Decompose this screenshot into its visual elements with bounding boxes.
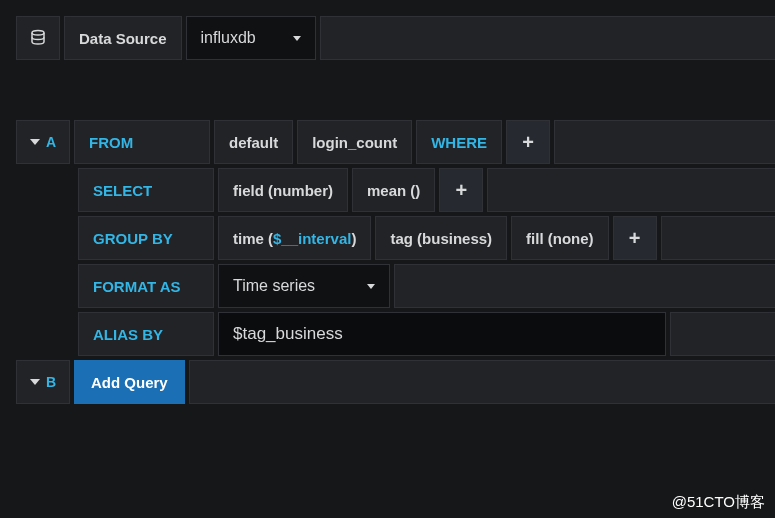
groupby-label: GROUP BY: [78, 216, 214, 260]
query-a-from-row: A FROM default login_count WHERE +: [16, 120, 775, 164]
chevron-down-icon: [30, 379, 40, 385]
groupby-add-button[interactable]: +: [613, 216, 657, 260]
query-b-toggle[interactable]: B: [16, 360, 70, 404]
query-letter: B: [46, 374, 56, 390]
groupby-trailing: [661, 216, 775, 260]
from-trailing: [554, 120, 775, 164]
alias-input[interactable]: $tag_business: [218, 312, 666, 356]
query-a-groupby-row: GROUP BY time ($__interval) tag (busines…: [16, 216, 775, 260]
select-add-button[interactable]: +: [439, 168, 483, 212]
where-add-button[interactable]: +: [506, 120, 550, 164]
format-select[interactable]: Time series: [218, 264, 390, 308]
query-a-alias-row: ALIAS BY $tag_business: [16, 312, 775, 356]
datasource-value: influxdb: [201, 29, 256, 47]
query-b-trailing: [189, 360, 775, 404]
groupby-time[interactable]: time ($__interval): [218, 216, 371, 260]
groupby-tag[interactable]: tag (business): [375, 216, 507, 260]
format-label: FORMAT AS: [78, 264, 214, 308]
alias-label: ALIAS BY: [78, 312, 214, 356]
query-a-format-row: FORMAT AS Time series: [16, 264, 775, 308]
watermark: @51CTO博客: [672, 493, 765, 512]
query-b-row: B Add Query: [16, 360, 775, 404]
alias-trailing: [670, 312, 775, 356]
query-a-select-row: SELECT field (number) mean () +: [16, 168, 775, 212]
svg-point-0: [32, 31, 44, 36]
database-icon: [16, 16, 60, 60]
from-policy[interactable]: default: [214, 120, 293, 164]
add-query-button[interactable]: Add Query: [74, 360, 185, 404]
query-a-toggle[interactable]: A: [16, 120, 70, 164]
groupby-fill[interactable]: fill (none): [511, 216, 609, 260]
chevron-down-icon: [367, 284, 375, 289]
query-letter: A: [46, 134, 56, 150]
chevron-down-icon: [30, 139, 40, 145]
select-label: SELECT: [78, 168, 214, 212]
select-item-field[interactable]: field (number): [218, 168, 348, 212]
format-trailing: [394, 264, 775, 308]
from-measurement[interactable]: login_count: [297, 120, 412, 164]
datasource-trailing: [320, 16, 775, 60]
where-label: WHERE: [416, 120, 502, 164]
datasource-select[interactable]: influxdb: [186, 16, 316, 60]
from-label: FROM: [74, 120, 210, 164]
datasource-row: Data Source influxdb: [16, 16, 775, 60]
select-item-mean[interactable]: mean (): [352, 168, 435, 212]
format-value: Time series: [233, 277, 315, 295]
chevron-down-icon: [293, 36, 301, 41]
datasource-label: Data Source: [64, 16, 182, 60]
select-trailing: [487, 168, 775, 212]
